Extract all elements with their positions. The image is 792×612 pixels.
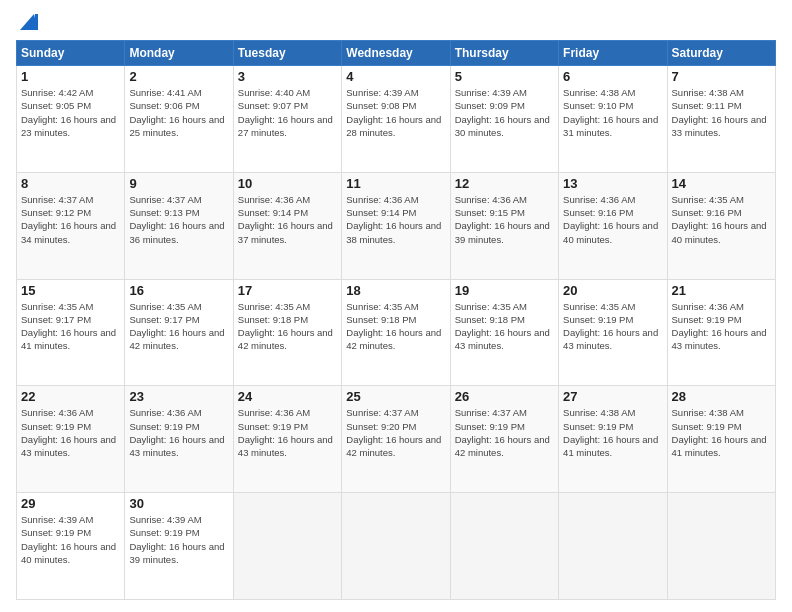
day-number: 16 — [129, 283, 228, 298]
day-number: 2 — [129, 69, 228, 84]
sunset-label: Sunset: 9:05 PM — [21, 100, 91, 111]
daylight-label: Daylight: 16 hours and 33 minutes. — [672, 114, 767, 138]
sunset-label: Sunset: 9:19 PM — [672, 421, 742, 432]
sunrise-label: Sunrise: 4:36 AM — [672, 301, 744, 312]
svg-rect-1 — [35, 14, 38, 30]
table-row — [342, 493, 450, 600]
daylight-label: Daylight: 16 hours and 43 minutes. — [672, 327, 767, 351]
daylight-label: Daylight: 16 hours and 42 minutes. — [129, 327, 224, 351]
day-info: Sunrise: 4:39 AM Sunset: 9:08 PM Dayligh… — [346, 86, 445, 139]
sunrise-label: Sunrise: 4:38 AM — [563, 407, 635, 418]
table-row — [450, 493, 558, 600]
day-info: Sunrise: 4:35 AM Sunset: 9:16 PM Dayligh… — [672, 193, 771, 246]
day-info: Sunrise: 4:36 AM Sunset: 9:16 PM Dayligh… — [563, 193, 662, 246]
daylight-label: Daylight: 16 hours and 42 minutes. — [346, 327, 441, 351]
sunrise-label: Sunrise: 4:36 AM — [21, 407, 93, 418]
sunrise-label: Sunrise: 4:35 AM — [346, 301, 418, 312]
table-row: 11 Sunrise: 4:36 AM Sunset: 9:14 PM Dayl… — [342, 172, 450, 279]
page: Sunday Monday Tuesday Wednesday Thursday… — [0, 0, 792, 612]
daylight-label: Daylight: 16 hours and 34 minutes. — [21, 220, 116, 244]
daylight-label: Daylight: 16 hours and 30 minutes. — [455, 114, 550, 138]
table-row: 24 Sunrise: 4:36 AM Sunset: 9:19 PM Dayl… — [233, 386, 341, 493]
table-row: 28 Sunrise: 4:38 AM Sunset: 9:19 PM Dayl… — [667, 386, 775, 493]
table-row: 17 Sunrise: 4:35 AM Sunset: 9:18 PM Dayl… — [233, 279, 341, 386]
day-number: 17 — [238, 283, 337, 298]
sunset-label: Sunset: 9:16 PM — [563, 207, 633, 218]
sunset-label: Sunset: 9:18 PM — [238, 314, 308, 325]
sunrise-label: Sunrise: 4:37 AM — [129, 194, 201, 205]
daylight-label: Daylight: 16 hours and 42 minutes. — [238, 327, 333, 351]
day-info: Sunrise: 4:35 AM Sunset: 9:18 PM Dayligh… — [238, 300, 337, 353]
table-row: 18 Sunrise: 4:35 AM Sunset: 9:18 PM Dayl… — [342, 279, 450, 386]
day-info: Sunrise: 4:37 AM Sunset: 9:19 PM Dayligh… — [455, 406, 554, 459]
day-number: 10 — [238, 176, 337, 191]
sunset-label: Sunset: 9:19 PM — [238, 421, 308, 432]
sunrise-label: Sunrise: 4:41 AM — [129, 87, 201, 98]
day-number: 19 — [455, 283, 554, 298]
sunrise-label: Sunrise: 4:35 AM — [238, 301, 310, 312]
table-row: 7 Sunrise: 4:38 AM Sunset: 9:11 PM Dayli… — [667, 66, 775, 173]
day-info: Sunrise: 4:39 AM Sunset: 9:19 PM Dayligh… — [21, 513, 120, 566]
day-info: Sunrise: 4:37 AM Sunset: 9:20 PM Dayligh… — [346, 406, 445, 459]
table-row: 16 Sunrise: 4:35 AM Sunset: 9:17 PM Dayl… — [125, 279, 233, 386]
daylight-label: Daylight: 16 hours and 42 minutes. — [455, 434, 550, 458]
daylight-label: Daylight: 16 hours and 43 minutes. — [455, 327, 550, 351]
daylight-label: Daylight: 16 hours and 23 minutes. — [21, 114, 116, 138]
logo — [16, 12, 38, 32]
daylight-label: Daylight: 16 hours and 43 minutes. — [238, 434, 333, 458]
day-number: 28 — [672, 389, 771, 404]
col-sunday: Sunday — [17, 41, 125, 66]
table-row: 25 Sunrise: 4:37 AM Sunset: 9:20 PM Dayl… — [342, 386, 450, 493]
table-row: 1 Sunrise: 4:42 AM Sunset: 9:05 PM Dayli… — [17, 66, 125, 173]
daylight-label: Daylight: 16 hours and 28 minutes. — [346, 114, 441, 138]
calendar-table: Sunday Monday Tuesday Wednesday Thursday… — [16, 40, 776, 600]
daylight-label: Daylight: 16 hours and 41 minutes. — [672, 434, 767, 458]
table-row: 29 Sunrise: 4:39 AM Sunset: 9:19 PM Dayl… — [17, 493, 125, 600]
daylight-label: Daylight: 16 hours and 39 minutes. — [129, 541, 224, 565]
table-row: 27 Sunrise: 4:38 AM Sunset: 9:19 PM Dayl… — [559, 386, 667, 493]
daylight-label: Daylight: 16 hours and 36 minutes. — [129, 220, 224, 244]
daylight-label: Daylight: 16 hours and 41 minutes. — [21, 327, 116, 351]
day-number: 14 — [672, 176, 771, 191]
daylight-label: Daylight: 16 hours and 39 minutes. — [455, 220, 550, 244]
sunrise-label: Sunrise: 4:37 AM — [455, 407, 527, 418]
day-info: Sunrise: 4:35 AM Sunset: 9:17 PM Dayligh… — [21, 300, 120, 353]
col-thursday: Thursday — [450, 41, 558, 66]
daylight-label: Daylight: 16 hours and 37 minutes. — [238, 220, 333, 244]
day-info: Sunrise: 4:36 AM Sunset: 9:19 PM Dayligh… — [672, 300, 771, 353]
table-row: 2 Sunrise: 4:41 AM Sunset: 9:06 PM Dayli… — [125, 66, 233, 173]
sunset-label: Sunset: 9:20 PM — [346, 421, 416, 432]
sunrise-label: Sunrise: 4:38 AM — [563, 87, 635, 98]
sunset-label: Sunset: 9:19 PM — [129, 421, 199, 432]
sunrise-label: Sunrise: 4:36 AM — [238, 194, 310, 205]
daylight-label: Daylight: 16 hours and 43 minutes. — [563, 327, 658, 351]
col-tuesday: Tuesday — [233, 41, 341, 66]
day-number: 25 — [346, 389, 445, 404]
daylight-label: Daylight: 16 hours and 25 minutes. — [129, 114, 224, 138]
table-row: 12 Sunrise: 4:36 AM Sunset: 9:15 PM Dayl… — [450, 172, 558, 279]
daylight-label: Daylight: 16 hours and 40 minutes. — [21, 541, 116, 565]
sunset-label: Sunset: 9:19 PM — [129, 527, 199, 538]
daylight-label: Daylight: 16 hours and 43 minutes. — [21, 434, 116, 458]
table-row: 4 Sunrise: 4:39 AM Sunset: 9:08 PM Dayli… — [342, 66, 450, 173]
daylight-label: Daylight: 16 hours and 42 minutes. — [346, 434, 441, 458]
sunrise-label: Sunrise: 4:36 AM — [346, 194, 418, 205]
day-number: 29 — [21, 496, 120, 511]
sunset-label: Sunset: 9:15 PM — [455, 207, 525, 218]
day-info: Sunrise: 4:37 AM Sunset: 9:12 PM Dayligh… — [21, 193, 120, 246]
daylight-label: Daylight: 16 hours and 40 minutes. — [563, 220, 658, 244]
table-row: 26 Sunrise: 4:37 AM Sunset: 9:19 PM Dayl… — [450, 386, 558, 493]
daylight-label: Daylight: 16 hours and 41 minutes. — [563, 434, 658, 458]
day-number: 11 — [346, 176, 445, 191]
sunset-label: Sunset: 9:17 PM — [21, 314, 91, 325]
day-info: Sunrise: 4:42 AM Sunset: 9:05 PM Dayligh… — [21, 86, 120, 139]
day-number: 1 — [21, 69, 120, 84]
daylight-label: Daylight: 16 hours and 43 minutes. — [129, 434, 224, 458]
sunrise-label: Sunrise: 4:36 AM — [455, 194, 527, 205]
day-info: Sunrise: 4:41 AM Sunset: 9:06 PM Dayligh… — [129, 86, 228, 139]
day-number: 21 — [672, 283, 771, 298]
sunset-label: Sunset: 9:08 PM — [346, 100, 416, 111]
day-number: 18 — [346, 283, 445, 298]
day-info: Sunrise: 4:35 AM Sunset: 9:17 PM Dayligh… — [129, 300, 228, 353]
col-saturday: Saturday — [667, 41, 775, 66]
